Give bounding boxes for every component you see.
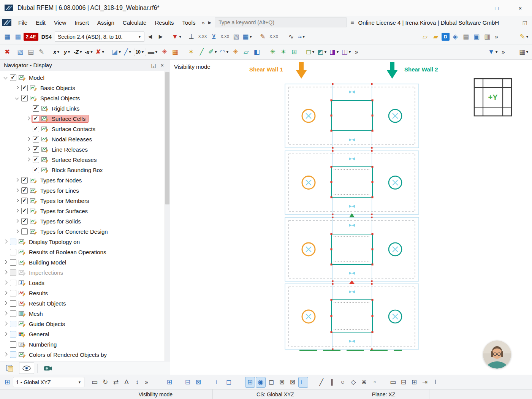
- tree-item-surface-cells[interactable]: Surface Cells: [0, 114, 164, 124]
- solid-support-icon[interactable]: ▧: [231, 32, 241, 42]
- checkbox-guide-objects[interactable]: [10, 321, 16, 327]
- scrollbar-thumb[interactable]: [165, 72, 169, 204]
- chevron-right-icon[interactable]: [14, 187, 20, 194]
- select-special-icon[interactable]: ◩▼: [317, 47, 328, 57]
- snap-line-icon[interactable]: ╱: [317, 377, 326, 388]
- tree-item-surface-releases[interactable]: Surface Releases: [0, 155, 164, 165]
- edit-tools-overflow[interactable]: »: [143, 379, 150, 386]
- checkbox-types-for-members[interactable]: [21, 198, 28, 204]
- tree-item-loads[interactable]: Loads: [0, 278, 164, 288]
- tree-item-nodal-releases[interactable]: Nodal Releases: [0, 134, 164, 144]
- menu-overflow-icon[interactable]: »: [200, 19, 206, 26]
- search-input[interactable]: [215, 17, 347, 27]
- tree-item-types-for-lines[interactable]: Types for Lines: [0, 185, 164, 196]
- nav-tab-views[interactable]: [41, 363, 56, 374]
- section-pencil-icon[interactable]: ✎: [258, 32, 268, 42]
- snap-polygon-icon[interactable]: ◇: [348, 377, 358, 388]
- checkbox-rigid-links[interactable]: [33, 105, 39, 112]
- close-navigator-icon[interactable]: ×: [158, 62, 166, 68]
- tree-item-special-objects[interactable]: Special Objects: [0, 93, 164, 103]
- chevron-right-icon[interactable]: [25, 157, 32, 163]
- checkbox-surface-releases[interactable]: [33, 157, 39, 163]
- chevron-right-icon[interactable]: [14, 177, 20, 184]
- main-toolbar-overflow[interactable]: »: [493, 33, 500, 40]
- new-member-icon[interactable]: ✳: [231, 47, 241, 57]
- delete-coord-icon[interactable]: ✘▼: [95, 47, 106, 57]
- checkbox-types-for-lines[interactable]: [21, 187, 28, 194]
- cross-snap-toggle[interactable]: ⊠: [277, 377, 287, 388]
- float-panel-icon[interactable]: ◱: [520, 20, 530, 25]
- menu-edit[interactable]: Edit: [32, 17, 50, 28]
- chevron-right-icon[interactable]: [14, 208, 20, 214]
- move-copy-icon[interactable]: ▭: [90, 377, 100, 388]
- print-icon[interactable]: ▥: [482, 32, 492, 42]
- snap-circle-icon[interactable]: ○: [338, 377, 348, 388]
- maximize-button[interactable]: □: [485, 0, 508, 16]
- render-mode-icon[interactable]: ▧: [15, 47, 25, 57]
- open-model-icon[interactable]: ▰: [431, 32, 441, 42]
- checkbox-surface-contacts[interactable]: [33, 126, 39, 132]
- user-avatar[interactable]: [483, 340, 511, 369]
- model-canvas[interactable]: Visibility mode Shear Wall 1 Shear Wall …: [170, 60, 532, 375]
- checkbox-nodal-releases[interactable]: [33, 136, 39, 142]
- chevron-right-icon[interactable]: [2, 300, 9, 307]
- printout-report-icon[interactable]: ▤: [461, 32, 471, 42]
- line-support-icon[interactable]: ⊻: [209, 32, 219, 42]
- fe-mesh-icon[interactable]: ✳: [160, 47, 169, 57]
- stress-strain-badge[interactable]: 2.4E: [24, 33, 38, 41]
- menu-results[interactable]: Results: [150, 17, 178, 28]
- tree-item-types-for-members[interactable]: Types for Members: [0, 196, 164, 206]
- select-layer-icon[interactable]: ◨▼: [329, 47, 340, 57]
- menu-calculate[interactable]: Calculate: [119, 17, 151, 28]
- member-release-icon[interactable]: ∿: [286, 32, 296, 42]
- checkbox-model[interactable]: [10, 74, 16, 81]
- checkbox-types-for-nodes[interactable]: [21, 177, 28, 184]
- tree-item-block-bounding-box[interactable]: Block Bounding Box: [0, 165, 164, 175]
- menu-file[interactable]: File: [14, 17, 32, 28]
- tree-item-types-for-nodes[interactable]: Types for Nodes: [0, 175, 164, 185]
- tree-item-types-for-surfaces[interactable]: Types for Surfaces: [0, 206, 164, 216]
- new-arc-icon[interactable]: ◠▼: [219, 47, 230, 57]
- tree-item-imperfections[interactable]: Imperfections: [0, 268, 164, 278]
- chevron-right-icon[interactable]: [14, 218, 20, 225]
- checkbox-imperfections[interactable]: [10, 269, 16, 276]
- checkbox-types-for-concrete-design[interactable]: [21, 228, 28, 235]
- generate-surface-icon[interactable]: ⊞: [289, 47, 299, 57]
- table-export-icon[interactable]: ▦: [2, 32, 12, 42]
- chevron-right-icon[interactable]: [2, 290, 9, 296]
- menu-view[interactable]: View: [50, 17, 70, 28]
- chevron-down-icon[interactable]: [14, 95, 20, 101]
- visibility-filter-icon[interactable]: ▼▼: [487, 47, 499, 57]
- tree-item-results-of-boolean-operations[interactable]: Results of Boolean Operations: [0, 247, 164, 257]
- masonry-wall-icon[interactable]: ▦: [170, 47, 180, 57]
- next-icon[interactable]: ►: [156, 32, 166, 42]
- chevron-down-icon[interactable]: [2, 74, 9, 81]
- snap-parallel-icon[interactable]: ∥: [327, 377, 337, 388]
- edit-toolbar-overflow[interactable]: »: [353, 49, 360, 55]
- checkbox-line-releases[interactable]: [33, 146, 39, 153]
- checkbox-special-objects[interactable]: [21, 95, 28, 101]
- generate-node-icon[interactable]: ✳: [268, 47, 278, 57]
- checkbox-surface-cells[interactable]: [33, 116, 39, 122]
- result-tables-icon[interactable]: ▦▼: [242, 32, 253, 42]
- checkbox-results-of-boolean-operations[interactable]: [10, 249, 16, 255]
- tab-views-icon[interactable]: ⇥: [420, 377, 430, 388]
- save-icon[interactable]: ▣: [472, 32, 481, 42]
- tree-item-types-for-solids[interactable]: Types for Solids: [0, 216, 164, 226]
- nodal-support-icon[interactable]: ⊥: [187, 32, 196, 42]
- scale-icon[interactable]: ↕: [132, 377, 142, 388]
- coord-minus-x-icon[interactable]: -x▼: [84, 47, 94, 57]
- guideline-manager-icon[interactable]: ▭: [388, 377, 398, 388]
- perpendicular-snap-icon[interactable]: ⊥: [431, 377, 440, 388]
- tree-item-building-model[interactable]: Building Model: [0, 257, 164, 268]
- checkbox-building-model[interactable]: [10, 259, 16, 266]
- tree-item-results[interactable]: Results: [0, 288, 164, 298]
- prev-icon[interactable]: ◄: [145, 32, 155, 42]
- checkbox-general[interactable]: [10, 331, 16, 337]
- menu-expand-icon[interactable]: ▶: [207, 20, 213, 25]
- object-snap-toggle[interactable]: ◉: [256, 377, 266, 388]
- new-surface-icon[interactable]: ▱: [241, 47, 251, 57]
- menu-tools[interactable]: Tools: [178, 17, 200, 28]
- copy-sheet-icon[interactable]: ▤: [26, 47, 36, 57]
- snap-midpoint-icon[interactable]: ▫: [370, 377, 380, 388]
